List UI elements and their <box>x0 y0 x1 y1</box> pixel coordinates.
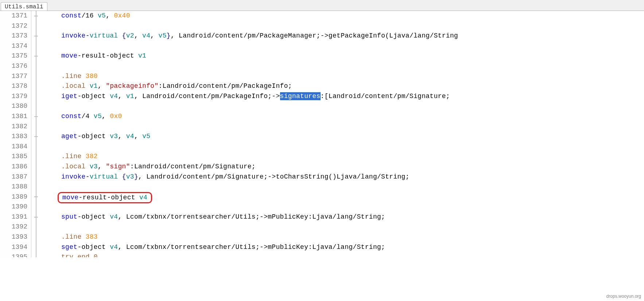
tab-bar: Utils.smali <box>0 0 644 11</box>
file-tab[interactable]: Utils.smali <box>1 2 47 11</box>
line-number: 1371 <box>0 11 31 21</box>
fold-margin <box>31 11 42 21</box>
code-line[interactable]: const/16 v5, 0x40 <box>42 11 130 21</box>
code-editor[interactable]: 1371 const/16 v5, 0x40 1372 1373 invoke-… <box>0 11 644 257</box>
highlight-selection: signatures <box>280 92 321 100</box>
code-row: 1371 const/16 v5, 0x40 <box>0 11 644 21</box>
watermark: drops.wooyun.org <box>606 294 641 299</box>
